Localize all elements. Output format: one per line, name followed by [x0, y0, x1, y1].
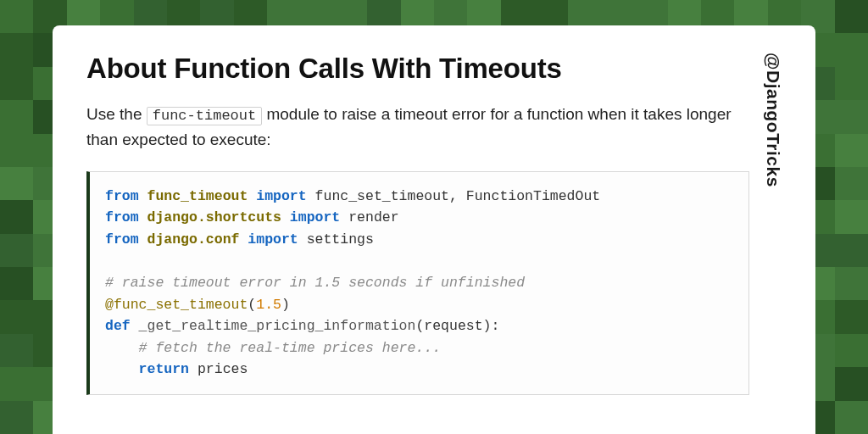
code-comment: # raise timeout error in 1.5 seconds if … — [105, 275, 525, 291]
code-kw: import — [256, 188, 306, 204]
code-text: func_set_timeout, FunctionTimedOut — [307, 188, 601, 204]
code-kw: import — [290, 209, 340, 225]
code-module: func_timeout — [147, 188, 248, 204]
page-title: About Function Calls With Timeouts — [86, 53, 749, 85]
code-number: 1.5 — [256, 297, 281, 313]
code-kw: return — [139, 361, 189, 377]
code-block: from func_timeout import func_set_timeou… — [86, 171, 749, 395]
code-kw: from — [105, 231, 139, 248]
code-text: ( — [248, 297, 256, 313]
code-text: ) — [281, 297, 290, 313]
code-module: django.shortcuts — [147, 209, 281, 225]
intro-text-pre: Use the — [86, 105, 147, 123]
intro-paragraph: Use the func-timeout module to raise a t… — [86, 102, 749, 153]
code-text: (request): — [415, 318, 499, 334]
code-fn-name: _get_realtime_pricing_information — [131, 318, 416, 334]
code-text: render — [340, 209, 398, 225]
side-column: @DjangoTricks — [749, 53, 782, 434]
code-kw: from — [105, 209, 139, 225]
code-decorator: @func_set_timeout — [105, 297, 248, 313]
code-kw: def — [105, 318, 131, 334]
code-module: django.conf — [147, 231, 240, 248]
code-text — [105, 361, 139, 377]
code-kw: import — [248, 231, 298, 248]
code-text: prices — [189, 361, 248, 377]
main-column: About Function Calls With Timeouts Use t… — [86, 53, 749, 434]
twitter-handle: @DjangoTricks — [763, 53, 783, 187]
content-card: About Function Calls With Timeouts Use t… — [53, 25, 815, 434]
code-text: settings — [298, 231, 374, 248]
code-kw: from — [105, 188, 139, 204]
code-comment: # fetch the real-time prices here... — [105, 340, 441, 356]
inline-code-func-timeout: func-timeout — [147, 107, 262, 125]
